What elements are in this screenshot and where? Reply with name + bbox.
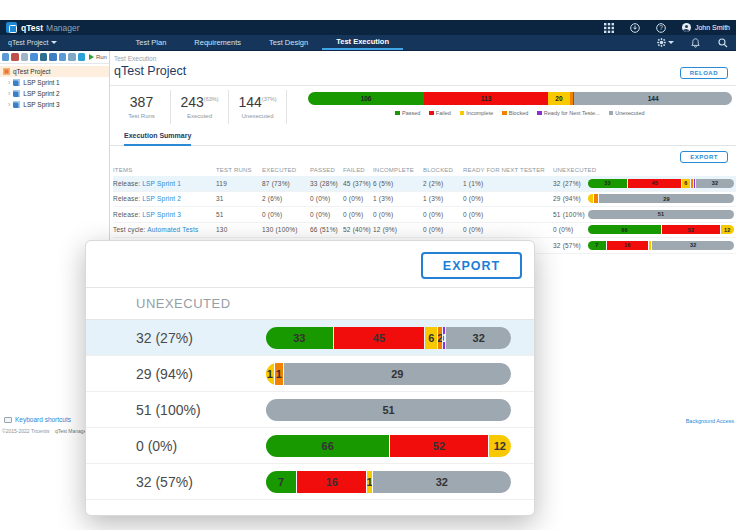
stat-box: 387Test Runs	[113, 90, 171, 124]
legend-label: Blocked	[509, 110, 529, 116]
brand-product: Manager	[46, 23, 80, 33]
bar-segment-value: 1	[443, 332, 445, 344]
bar-segment-value: 66	[621, 227, 628, 233]
bar-segment-value: 144	[648, 95, 659, 102]
background-access-link[interactable]: Background Access	[686, 418, 734, 424]
bar-segment-value: 2	[438, 332, 442, 344]
release-icon	[13, 101, 20, 108]
breadcrumb: Test Execution	[114, 55, 156, 62]
bar-segment-passed: 33	[266, 327, 333, 349]
bar-segment-incomplete: 1	[367, 471, 371, 493]
item-cell: Test cycle: Automated Tests	[113, 226, 216, 233]
column-header: FAILED	[343, 167, 373, 173]
item-link[interactable]: Automated Tests	[147, 226, 198, 233]
eye-icon[interactable]	[78, 53, 85, 61]
page-title: qTest Project	[114, 64, 186, 78]
expander-icon[interactable]: ›	[8, 90, 10, 97]
status-legend: PassedFailedIncompleteBlockedReady for N…	[308, 110, 732, 116]
help-icon[interactable]: ?	[656, 23, 666, 33]
bar-segment-passed: 66	[266, 435, 389, 457]
filter-icon[interactable]	[40, 53, 47, 61]
tree-item[interactable]: ›LSP Sprint 2	[0, 88, 109, 99]
apps-grid-icon[interactable]	[604, 23, 614, 33]
columns-icon[interactable]	[59, 53, 66, 61]
download-icon[interactable]	[630, 23, 640, 33]
expander-icon[interactable]: ›	[8, 79, 10, 86]
datagrid-icon[interactable]	[49, 53, 56, 61]
bar-segment-ready: 1	[443, 327, 445, 349]
item-type-label: Release:	[113, 180, 142, 187]
stat-label: Unexecuted	[229, 113, 286, 119]
unexecuted-value: 29 (94%)	[136, 366, 266, 382]
copyright-text: ©2015-2022 Tricentis	[2, 428, 50, 434]
popup-status-bar: 51	[266, 399, 511, 421]
tab-test-plan[interactable]: Test Plan	[121, 35, 180, 50]
bar-segment-value: 1	[267, 368, 273, 380]
blocked-cell: 0 (0%)	[423, 226, 463, 233]
new-tree-icon[interactable]	[2, 53, 9, 61]
runs-cell: 31	[216, 195, 262, 202]
runs-cell: 51	[216, 211, 262, 218]
tab-test-execution[interactable]: Test Execution	[322, 35, 403, 50]
executed-cell: 130 (100%)	[262, 226, 310, 233]
project-selector[interactable]: qTest Project	[8, 35, 57, 50]
bar-segment-incomplete: 20	[548, 92, 570, 105]
bar-segment-value: 1	[276, 368, 282, 380]
keyboard-shortcuts-link[interactable]: Keyboard shortcuts	[4, 416, 71, 423]
bar-segment-unexecuted: 32	[652, 241, 734, 250]
export-button[interactable]: EXPORT	[680, 151, 728, 163]
incomplete-cell: 12 (9%)	[373, 226, 423, 233]
bar-segment-value: 33	[293, 332, 305, 344]
search-icon[interactable]	[718, 38, 728, 48]
legend-swatch	[537, 111, 542, 116]
incomplete-cell: 6 (5%)	[373, 180, 423, 187]
user-assign-icon[interactable]	[11, 53, 18, 61]
stat-value: 387	[113, 94, 170, 110]
expander-icon[interactable]: ›	[8, 101, 10, 108]
project-icon	[3, 68, 10, 75]
tree-item[interactable]: qTest Project	[0, 66, 109, 77]
folder-add-icon[interactable]	[30, 53, 37, 61]
notifications-bell-icon[interactable]	[691, 38, 701, 48]
bar-segment-passed: 66	[588, 225, 661, 234]
row-bar-cell: 665212	[588, 225, 736, 234]
stat-percent: (37%)	[262, 96, 277, 102]
bar-segment-passed: 33	[588, 179, 627, 188]
item-link[interactable]: LSP Sprint 1	[142, 180, 181, 187]
summary-tab-bar: Execution Summary	[110, 128, 736, 146]
row-status-bar: 71632	[588, 241, 734, 250]
top-bar: qTest Manager ? John Smith	[0, 20, 736, 35]
reload-button[interactable]: RELOAD	[680, 67, 728, 79]
item-link[interactable]: LSP Sprint 2	[142, 195, 181, 202]
tree-item[interactable]: ›LSP Sprint 1	[0, 77, 109, 88]
unexecuted-cell: 0 (0%)	[553, 226, 588, 233]
tab-requirements[interactable]: Requirements	[180, 35, 255, 50]
page-icon[interactable]	[21, 53, 28, 61]
bar-segment-failed: 16	[297, 471, 366, 493]
bar-segment-value: 12	[724, 227, 731, 233]
unexecuted-cell: 29 (94%)	[553, 195, 588, 202]
bar-segment-incomplete: 12	[489, 435, 511, 457]
legend-item: Incomplete	[460, 110, 493, 116]
bar-segment-value: 51	[658, 211, 665, 217]
tree-item[interactable]: ›LSP Sprint 3	[0, 99, 109, 110]
item-link[interactable]: LSP Sprint 3	[142, 211, 181, 218]
legend-item: Failed	[429, 110, 450, 116]
bar-segment-incomplete: 6	[425, 327, 437, 349]
popup-export-button[interactable]: EXPORT	[421, 252, 522, 279]
row-status-bar: 3345632	[588, 179, 734, 188]
user-menu[interactable]: John Smith	[682, 23, 730, 32]
toggle-icon[interactable]	[68, 53, 75, 61]
tab-test-design[interactable]: Test Design	[255, 35, 322, 50]
failed-cell: 52 (40%)	[343, 226, 373, 233]
tree-item-label: qTest Project	[13, 68, 51, 75]
tab-execution-summary[interactable]: Execution Summary	[124, 132, 191, 146]
unexecuted-cell: 32 (57%)	[553, 242, 588, 249]
settings-gear-icon[interactable]	[657, 38, 674, 48]
legend-swatch	[609, 111, 614, 116]
bar-segment-unexecuted: 51	[266, 399, 511, 421]
keyboard-shortcuts-label: Keyboard shortcuts	[15, 416, 71, 423]
play-icon	[89, 54, 94, 60]
run-button[interactable]: Run	[89, 54, 107, 60]
ready-cell: 0 (0%)	[463, 195, 553, 202]
